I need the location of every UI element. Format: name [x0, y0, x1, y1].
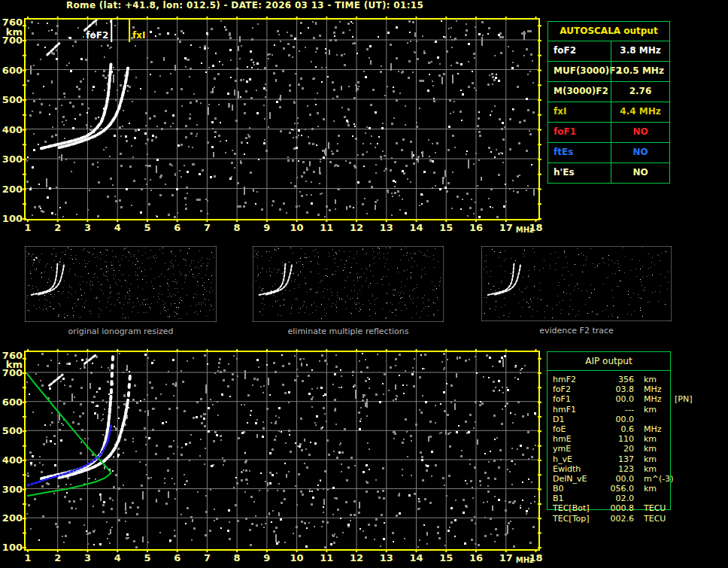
aip-row-unit: [634, 415, 667, 424]
aip-table-row: B0056.0km: [553, 484, 670, 494]
x-tick-label: 17: [499, 553, 513, 563]
x-tick-label: 15: [439, 553, 453, 563]
autoscala-row-value: 3.8 MHz: [611, 41, 669, 61]
ionogram-profile-plot: [22, 348, 542, 553]
ionogram-plot-canvas: foF2fxI: [22, 16, 542, 223]
thumbnail-panel: [25, 246, 217, 322]
x-axis-unit-label: MHz: [516, 226, 534, 234]
thumbnail-panel: [481, 246, 672, 321]
x-tick-label: 6: [174, 553, 180, 563]
autoscala-table-row: h'EsNO: [548, 163, 669, 183]
thumbnail-canvas: [25, 246, 217, 322]
aip-row-label: TEC[Bot]: [553, 503, 598, 513]
x-tick-label: 3: [84, 223, 91, 232]
aip-row-unit: km: [634, 405, 667, 415]
aip-row-value: 056.0: [598, 484, 634, 494]
aip-row-value: ---: [598, 405, 634, 415]
autoscala-row-label: foF2: [548, 41, 611, 61]
aip-row-extra: [667, 415, 675, 424]
x-tick-label: 2: [54, 223, 61, 232]
autoscala-table-row: MUF(3000)F210.5 MHz: [548, 61, 669, 81]
x-tick-label: 14: [410, 553, 423, 563]
aip-row-unit: km: [634, 444, 667, 454]
aip-row-value: 000.8: [598, 503, 634, 513]
aip-row-unit: [634, 494, 667, 503]
aip-row-unit: km: [634, 375, 667, 384]
aip-table-row: TEC[Top]002.6TECU: [553, 514, 670, 524]
aip-row-label: B0: [553, 484, 598, 494]
aip-output-table: AIP output hmF2356kmfoF203.8MHzfoF100.0M…: [547, 351, 671, 510]
aip-row-extra: [667, 494, 675, 503]
x-tick-label: 4: [114, 553, 121, 563]
x-axis-unit-label: MHz: [516, 557, 534, 564]
x-tick-label: 10: [290, 223, 304, 232]
y-tick-label: 400: [0, 124, 23, 134]
marker-label-fxI: fxI: [132, 30, 145, 41]
x-tick-label: 6: [174, 223, 180, 232]
y-tick-label: 300: [0, 484, 23, 494]
aip-row-extra: [667, 405, 675, 415]
x-tick-label: 11: [320, 553, 333, 563]
aip-row-label: DelN_vE: [553, 474, 598, 484]
y-tick-label: 600: [0, 396, 23, 406]
x-tick-label: 13: [380, 223, 393, 232]
x-tick-label: 3: [84, 553, 91, 563]
aip-row-extra: [667, 375, 675, 384]
aip-row-unit: TECU: [634, 503, 667, 513]
aip-row-label: TEC[Top]: [553, 514, 598, 524]
aip-row-value: 002.6: [598, 514, 634, 524]
aip-row-label: ymE: [553, 444, 598, 454]
aip-row-value: 110: [598, 434, 634, 444]
aip-row-extra: [667, 434, 675, 444]
aip-row-label: foF1: [553, 394, 598, 404]
aip-row-label: Ewidth: [553, 464, 598, 474]
autoscala-row-label: h'Es: [548, 163, 611, 183]
aip-row-extra: [667, 454, 675, 464]
x-tick-label: 16: [469, 223, 483, 232]
x-tick-label: 5: [144, 553, 150, 563]
marker-line-fxI: [129, 20, 130, 42]
plot-group: [23, 349, 541, 552]
aip-row-extra: [667, 474, 675, 484]
autoscala-row-label: fxI: [548, 102, 611, 122]
y-tick-label: 200: [0, 184, 23, 193]
x-tick-label: 1: [24, 223, 31, 232]
aip-table-title: AIP output: [548, 352, 670, 371]
aip-table-row: hmF2356km: [553, 375, 670, 384]
y-tick-label: 400: [0, 454, 23, 464]
thumbnail-canvas: [253, 246, 444, 322]
aip-row-value: 00.0: [598, 394, 634, 404]
thumbnail-border: [481, 246, 672, 321]
thumbnail-border: [253, 246, 444, 322]
aip-row-extra: [667, 444, 675, 454]
page-title: Rome (lat: +41.8, lon: 012.5) - DATE: 20…: [66, 0, 423, 11]
y-axis-unit-label: km: [0, 360, 23, 369]
aip-row-extra: [667, 424, 675, 434]
autoscala-output-table: AUTOSCALA output foF23.8 MHzMUF(3000)F21…: [548, 21, 670, 184]
marker-line-foF2: [111, 20, 112, 42]
aip-row-value: 00.0: [598, 474, 634, 484]
aip-table-row: h_vE137km: [553, 454, 670, 464]
aip-row-value: 0.6: [598, 424, 634, 434]
aip-row-unit: km: [634, 454, 667, 464]
marker-label-foF2: foF2: [86, 30, 108, 41]
x-tick-label: 4: [114, 223, 121, 232]
x-tick-label: 7: [204, 553, 211, 563]
x-tick-label: 9: [263, 553, 270, 563]
aip-row-label: B1: [553, 494, 598, 503]
x-tick-label: 15: [439, 223, 453, 232]
thumbnail-canvas: [481, 246, 672, 321]
autoscala-row-label: ftEs: [548, 143, 611, 163]
autoscala-output-screen: { "title": "Rome (lat: +41.8, lon: 012.5…: [0, 0, 728, 568]
aip-table-row: foF100.0MHz[PN]: [553, 394, 670, 404]
aip-row-label: D1: [553, 415, 598, 424]
x-tick-label: 17: [499, 223, 513, 232]
autoscala-table-title: AUTOSCALA output: [548, 22, 669, 41]
x-tick-label: 8: [234, 223, 241, 232]
aip-row-unit: MHz: [634, 424, 667, 434]
x-tick-label: 12: [350, 223, 363, 232]
aip-row-value: 03.8: [598, 384, 634, 394]
ionogram-main-plot: foF2fxI: [22, 16, 542, 223]
aip-row-value: 20: [598, 444, 634, 454]
y-tick-label: 500: [0, 426, 23, 436]
